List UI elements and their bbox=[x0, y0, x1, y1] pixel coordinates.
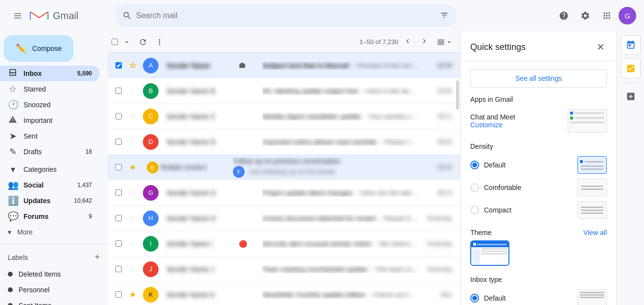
email-subject-6: Invoice document attached for review bbox=[262, 214, 376, 222]
preview-line-1 bbox=[575, 112, 604, 114]
sidebar-item-updates[interactable]: ℹ️ Updates 10,642 bbox=[0, 193, 100, 209]
email-checkbox-3[interactable] bbox=[115, 139, 125, 145]
email-row[interactable]: ☆ H Sender Name H Invoice document attac… bbox=[108, 206, 460, 231]
sidebar-item-deleted-items[interactable]: Deleted Items bbox=[0, 266, 100, 282]
email-content-1: Re: Meeting update subject line - Here i… bbox=[262, 87, 419, 95]
email-star-3[interactable]: ☆ bbox=[129, 137, 139, 146]
email-checkbox-6[interactable] bbox=[115, 215, 125, 221]
drafts-label: Drafts bbox=[23, 148, 80, 156]
sidebar-item-inbox[interactable]: Inbox 5,590 bbox=[0, 66, 100, 81]
more-options-button[interactable] bbox=[152, 35, 167, 49]
chat-meet-customize-link[interactable]: Customize bbox=[470, 121, 515, 129]
sidebar-item-categories[interactable]: ▾ Categories bbox=[0, 162, 100, 177]
email-star-9[interactable]: ★ bbox=[129, 290, 139, 299]
see-all-settings-button[interactable]: See all settings bbox=[470, 69, 607, 88]
right-sidebar bbox=[617, 31, 644, 305]
email-toolbar: 1–50 of 7,230 bbox=[108, 31, 460, 53]
sidebar-item-sent[interactable]: ➤ Sent bbox=[0, 128, 100, 144]
email-row[interactable]: ☆ B Sender Name B Re: Meeting update sub… bbox=[108, 78, 460, 104]
inbox-default-option[interactable]: Default bbox=[470, 289, 607, 305]
email-row[interactable]: ☆ D Sender Name D Important notice pleas… bbox=[108, 129, 460, 155]
view-toggle-button[interactable] bbox=[434, 36, 456, 48]
email-content-6: Invoice document attached for review - P… bbox=[262, 214, 419, 222]
email-star-2[interactable]: ☆ bbox=[129, 112, 139, 121]
email-checkbox-9[interactable] bbox=[115, 291, 125, 298]
email-row[interactable]: ☆ A Sender Name Subject text that is blu… bbox=[108, 53, 460, 78]
theme-header: Theme View all bbox=[470, 229, 607, 236]
scrollbar[interactable] bbox=[456, 80, 459, 110]
select-dropdown-button[interactable] bbox=[120, 35, 134, 49]
sidebar-item-drafts[interactable]: ✎ Drafts 18 bbox=[0, 144, 100, 160]
email-row[interactable]: ★ E Multiple senders Follow up on previo… bbox=[108, 155, 460, 180]
sent-label: Sent bbox=[23, 132, 92, 140]
refresh-button[interactable] bbox=[136, 35, 150, 49]
starred-icon: ☆ bbox=[8, 84, 18, 94]
density-comfortable-option[interactable]: Comfortable bbox=[470, 179, 607, 196]
email-row[interactable]: ☆ J Sender Name J Team meeting reschedul… bbox=[108, 257, 460, 282]
email-avatar-7: I bbox=[143, 236, 159, 252]
inbox-label: Inbox bbox=[23, 70, 71, 77]
theme-preview[interactable] bbox=[470, 240, 509, 266]
social-count: 1,437 bbox=[77, 182, 92, 188]
sidebar-item-social[interactable]: 👥 Social 1,437 bbox=[0, 177, 100, 193]
search-input[interactable] bbox=[136, 11, 436, 20]
select-all-checkbox[interactable] bbox=[112, 39, 118, 45]
email-subject-3: Important notice please read carefully bbox=[262, 138, 376, 146]
email-star-1[interactable]: ☆ bbox=[129, 86, 139, 95]
email-checkbox-5[interactable] bbox=[115, 189, 125, 196]
email-star-7[interactable]: ☆ bbox=[129, 239, 139, 248]
more-label: More bbox=[17, 228, 33, 236]
email-checkbox-7[interactable] bbox=[115, 240, 125, 247]
email-star-6[interactable]: ☆ bbox=[129, 213, 139, 223]
email-row[interactable]: ☆ G Sender Name G Project update latest … bbox=[108, 180, 460, 206]
search-tune-button[interactable] bbox=[439, 10, 449, 22]
help-button[interactable] bbox=[554, 6, 574, 25]
email-time-5: 08:10 bbox=[423, 189, 452, 196]
email-row[interactable]: ★ K Sender Name K Newsletter monthly upd… bbox=[108, 282, 460, 305]
compose-button[interactable]: ✏️ Compose bbox=[4, 35, 73, 62]
quick-settings-close-button[interactable]: ✕ bbox=[595, 39, 607, 55]
density-default-radio[interactable] bbox=[470, 161, 479, 169]
density-default-option[interactable]: Default bbox=[470, 156, 607, 174]
add-label-button[interactable]: + bbox=[94, 252, 100, 262]
email-star-0[interactable]: ☆ bbox=[129, 61, 139, 70]
preview-icon-1 bbox=[570, 112, 573, 115]
more-chevron-icon: ▾ bbox=[8, 228, 11, 236]
email-checkbox-2[interactable] bbox=[115, 113, 125, 119]
email-row[interactable]: ☆ C Sender Name C Weekly digest newslett… bbox=[108, 104, 460, 129]
email-checkbox-8[interactable] bbox=[115, 266, 125, 272]
sidebar-item-starred[interactable]: ☆ Starred bbox=[0, 81, 100, 97]
settings-button[interactable] bbox=[575, 6, 595, 25]
email-star-4[interactable]: ★ bbox=[129, 163, 139, 172]
right-sidebar-add-icon[interactable] bbox=[621, 87, 641, 106]
avatar[interactable]: G bbox=[619, 7, 636, 24]
email-checkbox-0[interactable] bbox=[115, 62, 125, 69]
density-comfortable-left: Comfortable bbox=[470, 183, 521, 192]
density-compact-option[interactable]: Compact bbox=[470, 201, 607, 219]
email-checkbox-4[interactable] bbox=[115, 164, 125, 170]
email-preview-6: - Please find the attached invoice for y… bbox=[380, 214, 419, 222]
email-row[interactable]: ☆ I Sender Name I 🔴 Security alert unusu… bbox=[108, 231, 460, 257]
sidebar-item-sent-items[interactable]: Sent Items bbox=[0, 298, 100, 305]
inbox-default-radio[interactable] bbox=[470, 294, 479, 303]
right-sidebar-tasks-icon[interactable] bbox=[621, 59, 641, 78]
density-comfortable-radio[interactable] bbox=[470, 183, 479, 192]
sidebar-item-important[interactable]: Important bbox=[0, 113, 100, 128]
hamburger-button[interactable] bbox=[8, 6, 27, 25]
email-star-8[interactable]: ☆ bbox=[129, 264, 139, 274]
density-compact-label: Compact bbox=[484, 206, 511, 214]
sidebar-item-personnel[interactable]: Personnel bbox=[0, 282, 100, 298]
next-page-button[interactable] bbox=[417, 34, 432, 50]
email-avatar-9: K bbox=[143, 287, 159, 303]
theme-preview-header bbox=[471, 241, 508, 247]
right-sidebar-calendar-icon[interactable] bbox=[621, 35, 641, 55]
sidebar-item-snoozed[interactable]: 🕐 Snoozed bbox=[0, 97, 100, 113]
sidebar-item-forums[interactable]: 💬 Forums 9 bbox=[0, 209, 100, 224]
prev-page-button[interactable] bbox=[400, 34, 415, 50]
email-checkbox-1[interactable] bbox=[115, 88, 125, 94]
view-all-themes-link[interactable]: View all bbox=[583, 229, 607, 236]
apps-button[interactable] bbox=[597, 6, 617, 25]
density-compact-radio[interactable] bbox=[470, 206, 479, 214]
email-star-5[interactable]: ☆ bbox=[129, 188, 139, 197]
sidebar-more-button[interactable]: ▾ More bbox=[0, 224, 100, 240]
